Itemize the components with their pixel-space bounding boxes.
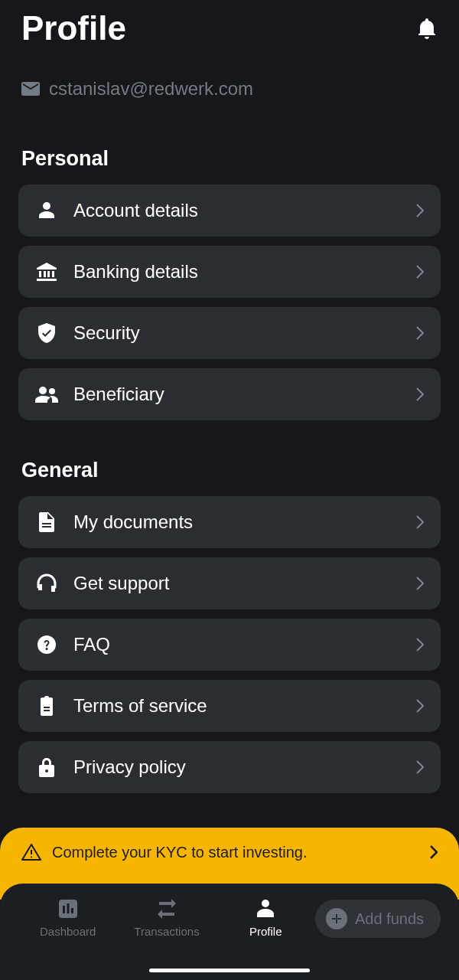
chevron-right-icon (430, 845, 438, 859)
privacy-policy-item[interactable]: Privacy policy (18, 741, 441, 793)
item-label: My documents (73, 511, 416, 533)
shield-icon (38, 323, 55, 343)
chevron-right-icon (416, 760, 424, 774)
bottom-nav: Dashboard Transactions Profile Add funds (0, 884, 459, 980)
svg-rect-7 (63, 906, 65, 913)
chevron-right-icon (416, 515, 424, 529)
item-label: Get support (73, 573, 416, 594)
svg-point-10 (262, 900, 269, 907)
document-icon (39, 512, 54, 532)
email-row: cstanislav@redwerk.com (0, 54, 459, 109)
item-label: Terms of service (73, 695, 416, 717)
svg-point-0 (43, 202, 50, 210)
section-title-general: General (18, 459, 441, 482)
get-support-item[interactable]: Get support (18, 557, 441, 609)
banner-text: Complete your KYC to start investing. (52, 844, 419, 861)
nav-dashboard[interactable]: Dashboard (18, 897, 117, 938)
svg-rect-9 (71, 908, 73, 913)
chevron-right-icon (416, 204, 424, 217)
chevron-right-icon (416, 387, 424, 401)
nav-label: Profile (249, 925, 282, 938)
nav-label: Transactions (134, 925, 199, 938)
home-indicator (149, 969, 310, 972)
plus-circle-icon (326, 908, 347, 929)
nav-transactions[interactable]: Transactions (117, 897, 216, 938)
add-funds-label: Add funds (355, 910, 424, 928)
warning-icon (21, 843, 41, 861)
person-icon (38, 201, 55, 220)
chevron-right-icon (416, 577, 424, 590)
svg-rect-8 (67, 903, 69, 913)
nav-profile[interactable]: Profile (216, 897, 315, 938)
svg-point-5 (31, 857, 32, 858)
beneficiary-item[interactable]: Beneficiary (18, 368, 441, 420)
svg-point-1 (39, 387, 47, 394)
help-icon (37, 635, 56, 654)
item-label: FAQ (73, 634, 416, 655)
item-label: Security (73, 322, 416, 344)
account-details-item[interactable]: Account details (18, 185, 441, 237)
item-label: Beneficiary (73, 384, 416, 405)
faq-item[interactable]: FAQ (18, 619, 441, 671)
chevron-right-icon (416, 638, 424, 652)
notifications-button[interactable] (416, 18, 438, 39)
people-icon (35, 386, 58, 403)
chevron-right-icon (416, 265, 424, 279)
item-label: Account details (73, 200, 416, 221)
page-title: Profile (21, 9, 126, 47)
item-label: Privacy policy (73, 756, 416, 778)
chart-icon (57, 898, 79, 920)
security-item[interactable]: Security (18, 307, 441, 359)
my-documents-item[interactable]: My documents (18, 496, 441, 548)
terms-of-service-item[interactable]: Terms of service (18, 680, 441, 732)
add-funds-button[interactable]: Add funds (315, 900, 441, 938)
nav-label: Dashboard (40, 925, 96, 938)
bank-icon (37, 263, 57, 281)
chevron-right-icon (416, 326, 424, 340)
clipboard-icon (39, 696, 54, 716)
chevron-right-icon (416, 699, 424, 713)
email-text: cstanislav@redwerk.com (49, 78, 253, 100)
item-label: Banking details (73, 261, 416, 283)
email-icon (21, 82, 40, 96)
section-title-personal: Personal (18, 147, 441, 171)
bell-icon (418, 18, 436, 39)
person-icon (256, 899, 275, 919)
banking-details-item[interactable]: Banking details (18, 246, 441, 298)
svg-point-2 (49, 388, 55, 394)
lock-icon (39, 757, 54, 777)
headset-icon (37, 573, 57, 593)
transfer-icon (156, 899, 177, 919)
